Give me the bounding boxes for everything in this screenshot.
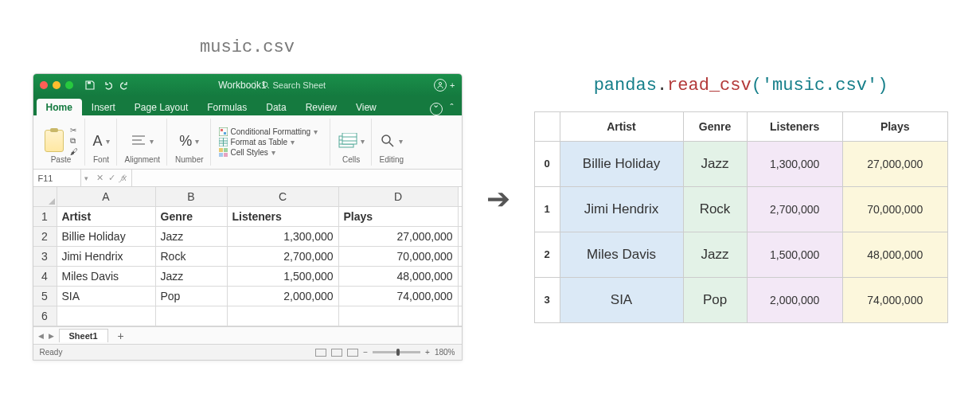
maximize-window-icon[interactable]	[65, 81, 73, 89]
share-plus: +	[450, 80, 455, 90]
row-header-3[interactable]: 3	[33, 247, 57, 267]
df-cell-genre: Jazz	[683, 232, 747, 277]
cut-icon[interactable]: ✂	[70, 126, 78, 135]
cell-D1[interactable]: Plays	[339, 207, 459, 227]
select-all-corner[interactable]	[33, 187, 57, 207]
df-cell-listeners: 1,500,000	[747, 232, 842, 277]
cancel-formula-icon[interactable]: ✕	[96, 173, 103, 183]
svg-rect-16	[219, 153, 223, 157]
percent-icon[interactable]: %	[179, 133, 192, 150]
name-box[interactable]: F11	[33, 170, 81, 186]
alignment-label: Alignment	[125, 155, 160, 164]
row-header-4[interactable]: 4	[33, 267, 57, 287]
tab-home[interactable]: Home	[37, 99, 82, 115]
cell-B1[interactable]: Genre	[156, 207, 228, 227]
fx-icon[interactable]: 𝑓x	[120, 173, 127, 183]
cell-D3[interactable]: 70,000,000	[339, 247, 459, 267]
tab-data[interactable]: Data	[256, 99, 295, 115]
status-bar: Ready − + 180%	[33, 344, 462, 360]
paste-icon[interactable]	[45, 130, 64, 152]
sheet-nav-next-icon[interactable]: ▶	[49, 332, 54, 340]
svg-rect-0	[88, 82, 91, 84]
zoom-level[interactable]: 180%	[435, 348, 455, 357]
save-icon[interactable]	[84, 80, 96, 91]
collapse-ribbon-icon[interactable]: ˆ	[451, 103, 454, 115]
row-header-2[interactable]: 2	[33, 227, 57, 247]
col-header-D[interactable]: D	[339, 187, 459, 207]
left-caption: music.csv	[200, 37, 295, 57]
undo-icon[interactable]	[102, 80, 113, 91]
page-layout-view-icon[interactable]	[331, 349, 342, 357]
row-header-1[interactable]: 1	[33, 207, 57, 227]
page-break-view-icon[interactable]	[347, 349, 358, 357]
cell-D5[interactable]: 74,000,000	[339, 287, 459, 306]
svg-rect-7	[219, 127, 228, 136]
tab-view[interactable]: View	[346, 99, 386, 115]
cell-B3[interactable]: Rock	[156, 247, 228, 267]
df-idx: 2	[534, 232, 560, 277]
cell-A6[interactable]	[57, 306, 156, 326]
zoom-slider[interactable]	[373, 351, 420, 353]
sheet-nav-prev-icon[interactable]: ◀	[38, 332, 44, 340]
col-header-C[interactable]: C	[228, 187, 339, 207]
zoom-out-icon[interactable]: −	[363, 348, 368, 357]
minimize-window-icon[interactable]	[53, 81, 61, 89]
zoom-in-icon[interactable]: +	[425, 348, 430, 357]
cell-B5[interactable]: Pop	[156, 287, 228, 306]
cell-C3[interactable]: 2,700,000	[228, 247, 339, 267]
code-dot: .	[657, 76, 667, 96]
font-icon[interactable]: A	[93, 133, 103, 150]
cell-C5[interactable]: 2,000,000	[228, 287, 339, 306]
accept-formula-icon[interactable]: ✓	[108, 173, 115, 183]
sheet-tab-1[interactable]: Sheet1	[59, 329, 108, 342]
tab-page-layout[interactable]: Page Layout	[125, 99, 197, 115]
find-icon[interactable]	[380, 133, 396, 149]
cell-A3[interactable]: Jimi Hendrix	[57, 247, 156, 267]
cell-D6[interactable]	[339, 306, 459, 326]
normal-view-icon[interactable]	[315, 349, 326, 357]
cell-C6[interactable]	[228, 306, 339, 326]
row-header-6[interactable]: 6	[33, 306, 57, 326]
cell-B2[interactable]: Jazz	[156, 227, 228, 247]
row-header-5[interactable]: 5	[33, 287, 57, 306]
df-header-plays: Plays	[842, 111, 947, 141]
tab-formulas[interactable]: Formulas	[197, 99, 256, 115]
align-icon[interactable]	[131, 134, 146, 148]
conditional-formatting-button[interactable]: Conditional Formatting ▾	[219, 127, 318, 136]
tab-review[interactable]: Review	[296, 99, 346, 115]
df-cell-listeners: 2,000,000	[747, 277, 842, 322]
add-sheet-button[interactable]: +	[113, 330, 129, 342]
number-label: Number	[175, 155, 204, 164]
cell-styles-button[interactable]: Cell Styles ▾	[219, 148, 275, 157]
svg-point-3	[439, 82, 441, 84]
cell-D2[interactable]: 27,000,000	[339, 227, 459, 247]
ribbon-alignment: ▾ Alignment	[119, 119, 167, 166]
share-icon[interactable]	[434, 79, 447, 92]
copy-icon[interactable]: ⧉	[70, 136, 78, 146]
format-as-table-button[interactable]: Format as Table ▾	[219, 138, 295, 146]
svg-rect-9	[224, 132, 226, 135]
code-paren-close: )	[877, 76, 888, 96]
tab-insert[interactable]: Insert	[82, 99, 125, 115]
name-box-dropdown-icon[interactable]: ▾	[81, 174, 92, 182]
feedback-icon[interactable]	[430, 103, 443, 115]
cells-icon[interactable]	[338, 133, 357, 149]
cell-D4[interactable]: 48,000,000	[339, 267, 459, 287]
cell-B6[interactable]	[156, 306, 228, 326]
cell-C1[interactable]: Listeners	[228, 207, 339, 227]
spreadsheet-grid[interactable]: A B C D 1 Artist Genre Listeners Plays 2…	[33, 187, 462, 326]
df-cell-listeners: 1,300,000	[747, 141, 842, 186]
col-header-A[interactable]: A	[57, 187, 156, 207]
close-window-icon[interactable]	[40, 81, 48, 89]
cell-C4[interactable]: 1,500,000	[228, 267, 339, 287]
cell-A2[interactable]: Billie Holiday	[57, 227, 156, 247]
df-idx: 1	[534, 186, 560, 232]
cell-C2[interactable]: 1,300,000	[228, 227, 339, 247]
cell-B4[interactable]: Jazz	[156, 267, 228, 287]
cell-A1[interactable]: Artist	[57, 207, 156, 227]
redo-icon[interactable]	[119, 80, 131, 91]
cell-A4[interactable]: Miles Davis	[57, 267, 156, 287]
col-header-B[interactable]: B	[156, 187, 228, 207]
cell-A5[interactable]: SIA	[57, 287, 156, 306]
search-sheet[interactable]: Search Sheet	[254, 80, 326, 90]
